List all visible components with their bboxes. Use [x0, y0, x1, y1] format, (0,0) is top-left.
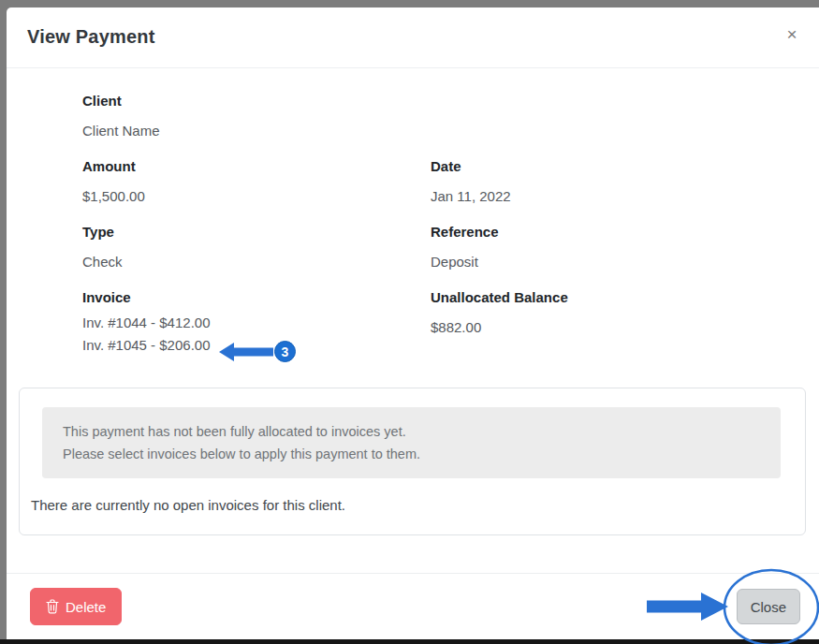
alert-line: This payment has not been fully allocate… [63, 420, 760, 443]
type-value: Check [82, 246, 431, 277]
alert-line: Please select invoices below to apply th… [63, 443, 760, 465]
modal-footer: Delete Close [7, 573, 819, 639]
invoice-allocation-line: Inv. #1045 - $206.00 [82, 334, 431, 357]
amount-value: $1,500.00 [82, 181, 431, 212]
delete-button[interactable]: Delete [30, 588, 122, 625]
close-button-label: Close [751, 599, 786, 615]
screen: View Payment × Client Client Name Amount… [0, 0, 819, 644]
field-amount: Amount $1,500.00 [82, 153, 431, 212]
reference-label: Reference [431, 218, 800, 246]
view-payment-modal: View Payment × Client Client Name Amount… [7, 7, 819, 639]
date-value: Jan 11, 2022 [431, 181, 800, 212]
trash-icon [46, 599, 59, 614]
modal-header: View Payment × [7, 7, 819, 68]
field-reference: Reference Deposit [431, 218, 800, 277]
payment-details: Client Client Name Amount $1,500.00 Date… [82, 87, 800, 363]
unallocated-balance-label: Unallocated Balance [431, 284, 800, 312]
invoice-allocation-line: Inv. #1044 - $412.00 [82, 312, 431, 334]
delete-button-label: Delete [66, 599, 106, 615]
field-unallocated-balance: Unallocated Balance $882.00 [431, 284, 800, 357]
client-value: Client Name [82, 115, 431, 146]
field-client: Client Client Name [82, 87, 431, 146]
client-label: Client [82, 87, 431, 115]
reference-value: Deposit [431, 246, 800, 277]
field-invoice: Invoice Inv. #1044 - $412.00 Inv. #1045 … [82, 284, 431, 357]
allocation-panel: This payment has not been fully allocate… [19, 388, 806, 535]
empty-cell [431, 87, 800, 153]
modal-backdrop [0, 639, 819, 644]
close-icon[interactable]: × [778, 21, 806, 49]
modal-title: View Payment [27, 26, 793, 48]
amount-label: Amount [82, 153, 431, 181]
unallocated-balance-value: $882.00 [431, 312, 800, 343]
field-type: Type Check [82, 218, 431, 277]
close-button[interactable]: Close [737, 589, 800, 624]
date-label: Date [431, 153, 800, 181]
allocation-alert: This payment has not been fully allocate… [42, 407, 781, 478]
field-date: Date Jan 11, 2022 [431, 153, 800, 212]
invoice-label: Invoice [82, 284, 431, 312]
no-open-invoices-message: There are currently no open invoices for… [31, 495, 792, 516]
type-label: Type [82, 218, 431, 246]
